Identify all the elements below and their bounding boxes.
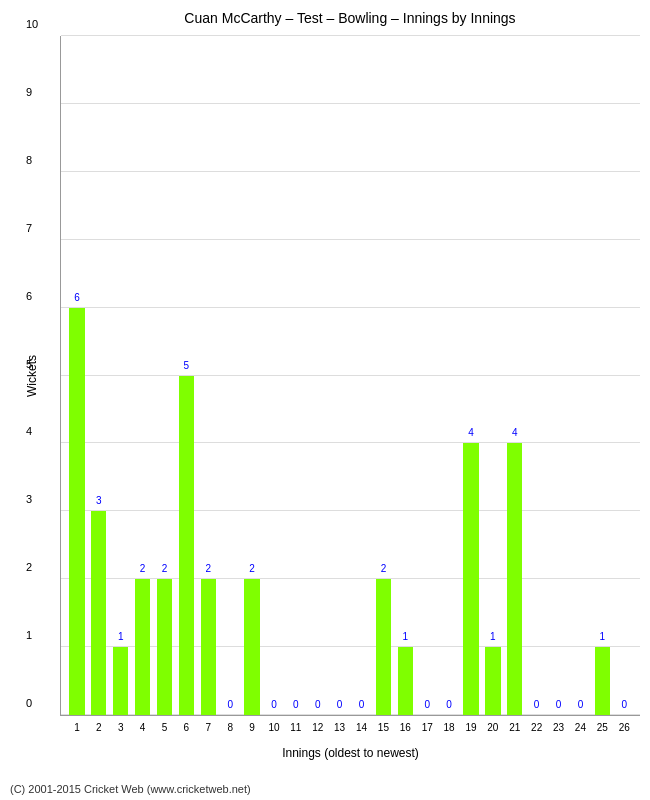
bar-group-15: 215 [372, 36, 394, 715]
x-tick-label-4: 4 [140, 722, 146, 733]
bar-16: 1 [398, 647, 413, 715]
bar-label-8: 0 [227, 699, 233, 710]
bar-group-16: 116 [394, 36, 416, 715]
bar-label-17: 0 [424, 699, 430, 710]
bar-label-9: 2 [249, 563, 255, 574]
bar-label-20: 1 [490, 631, 496, 642]
bar-15: 2 [376, 579, 391, 715]
bar-label-19: 4 [468, 427, 474, 438]
bar-group-1: 61 [66, 36, 88, 715]
bar-group-22: 022 [526, 36, 548, 715]
x-tick-label-5: 5 [162, 722, 168, 733]
x-tick-label-14: 14 [356, 722, 367, 733]
y-tick-label-2: 2 [26, 561, 32, 573]
bar-group-5: 25 [154, 36, 176, 715]
bar-3: 1 [113, 647, 128, 715]
x-tick-label-17: 17 [422, 722, 433, 733]
y-tick-label-10: 10 [26, 18, 38, 30]
bar-group-24: 024 [569, 36, 591, 715]
x-tick-label-9: 9 [249, 722, 255, 733]
bar-19: 4 [463, 443, 478, 715]
bar-group-9: 29 [241, 36, 263, 715]
bar-group-4: 24 [132, 36, 154, 715]
y-tick-label-3: 3 [26, 493, 32, 505]
bar-group-14: 014 [351, 36, 373, 715]
bar-group-8: 08 [219, 36, 241, 715]
x-tick-label-24: 24 [575, 722, 586, 733]
x-tick-label-8: 8 [227, 722, 233, 733]
bar-label-13: 0 [337, 699, 343, 710]
bar-label-24: 0 [578, 699, 584, 710]
y-tick-label-6: 6 [26, 290, 32, 302]
bar-label-15: 2 [381, 563, 387, 574]
bar-label-12: 0 [315, 699, 321, 710]
bar-label-4: 2 [140, 563, 146, 574]
bar-1: 6 [69, 308, 84, 715]
x-tick-label-20: 20 [487, 722, 498, 733]
x-tick-label-18: 18 [444, 722, 455, 733]
bar-group-21: 421 [504, 36, 526, 715]
bar-label-11: 0 [293, 699, 299, 710]
y-tick-label-5: 5 [26, 358, 32, 370]
bar-group-20: 120 [482, 36, 504, 715]
x-tick-label-15: 15 [378, 722, 389, 733]
x-tick-label-25: 25 [597, 722, 608, 733]
x-tick-label-16: 16 [400, 722, 411, 733]
bar-group-10: 010 [263, 36, 285, 715]
bar-group-11: 011 [285, 36, 307, 715]
x-tick-label-7: 7 [206, 722, 212, 733]
y-tick-label-0: 0 [26, 697, 32, 709]
bar-label-22: 0 [534, 699, 540, 710]
x-axis-label: Innings (oldest to newest) [61, 746, 640, 760]
x-tick-label-23: 23 [553, 722, 564, 733]
bar-label-5: 2 [162, 563, 168, 574]
bar-label-2: 3 [96, 495, 102, 506]
bar-label-7: 2 [206, 563, 212, 574]
x-tick-label-21: 21 [509, 722, 520, 733]
bar-label-14: 0 [359, 699, 365, 710]
bar-group-2: 32 [88, 36, 110, 715]
chart-container: Cuan McCarthy – Test – Bowling – Innings… [0, 0, 650, 800]
y-tick-label-8: 8 [26, 154, 32, 166]
bar-group-25: 125 [591, 36, 613, 715]
x-tick-label-22: 22 [531, 722, 542, 733]
bar-group-19: 419 [460, 36, 482, 715]
y-tick-label-7: 7 [26, 222, 32, 234]
bar-label-25: 1 [600, 631, 606, 642]
bar-20: 1 [485, 647, 500, 715]
chart-area: Wickets 012345678910 6132132425562708290… [60, 36, 640, 716]
x-tick-label-13: 13 [334, 722, 345, 733]
chart-title: Cuan McCarthy – Test – Bowling – Innings… [60, 10, 640, 26]
x-tick-label-19: 19 [465, 722, 476, 733]
bar-group-23: 023 [548, 36, 570, 715]
x-tick-label-11: 11 [290, 722, 301, 733]
bar-label-26: 0 [621, 699, 627, 710]
bar-group-3: 13 [110, 36, 132, 715]
bar-label-23: 0 [556, 699, 562, 710]
bar-7: 2 [201, 579, 216, 715]
bar-label-18: 0 [446, 699, 452, 710]
x-tick-label-2: 2 [96, 722, 102, 733]
bar-label-16: 1 [403, 631, 409, 642]
x-tick-label-3: 3 [118, 722, 124, 733]
bar-4: 2 [135, 579, 150, 715]
bar-group-7: 27 [197, 36, 219, 715]
x-tick-label-6: 6 [184, 722, 190, 733]
bar-label-6: 5 [184, 360, 190, 371]
bar-label-3: 1 [118, 631, 124, 642]
copyright: (C) 2001-2015 Cricket Web (www.cricketwe… [10, 783, 251, 795]
bars-area: 6132132425562708290100110120130142151160… [61, 36, 640, 715]
bar-label-21: 4 [512, 427, 518, 438]
bar-group-17: 017 [416, 36, 438, 715]
y-tick-label-1: 1 [26, 629, 32, 641]
y-tick-label-9: 9 [26, 86, 32, 98]
bar-2: 3 [91, 511, 106, 715]
x-tick-label-10: 10 [268, 722, 279, 733]
bar-group-26: 026 [613, 36, 635, 715]
bar-group-12: 012 [307, 36, 329, 715]
bar-5: 2 [157, 579, 172, 715]
x-tick-label-26: 26 [619, 722, 630, 733]
y-tick-label-4: 4 [26, 425, 32, 437]
bar-6: 5 [179, 376, 194, 716]
bar-group-6: 56 [175, 36, 197, 715]
